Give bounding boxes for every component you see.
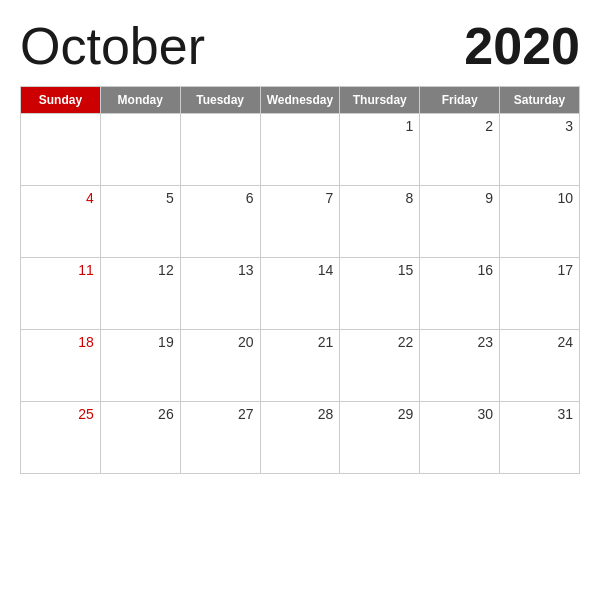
day-number: 24 bbox=[506, 334, 573, 350]
day-number: 21 bbox=[267, 334, 334, 350]
calendar-header: October 2020 bbox=[20, 20, 580, 72]
day-number: 7 bbox=[267, 190, 334, 206]
calendar-day-cell[interactable]: 24 bbox=[500, 330, 580, 402]
calendar-day-cell[interactable] bbox=[100, 114, 180, 186]
day-number: 30 bbox=[426, 406, 493, 422]
calendar-day-cell[interactable]: 14 bbox=[260, 258, 340, 330]
day-number: 10 bbox=[506, 190, 573, 206]
day-number: 11 bbox=[27, 262, 94, 278]
day-number: 1 bbox=[346, 118, 413, 134]
calendar-day-cell[interactable]: 3 bbox=[500, 114, 580, 186]
calendar-day-cell[interactable]: 18 bbox=[21, 330, 101, 402]
day-number: 23 bbox=[426, 334, 493, 350]
calendar-day-cell[interactable]: 28 bbox=[260, 402, 340, 474]
day-number: 15 bbox=[346, 262, 413, 278]
calendar-day-cell[interactable]: 11 bbox=[21, 258, 101, 330]
calendar-day-cell[interactable]: 7 bbox=[260, 186, 340, 258]
calendar-day-cell[interactable]: 2 bbox=[420, 114, 500, 186]
calendar-day-cell[interactable]: 13 bbox=[180, 258, 260, 330]
calendar-day-cell[interactable]: 1 bbox=[340, 114, 420, 186]
calendar-day-cell[interactable]: 31 bbox=[500, 402, 580, 474]
day-number: 18 bbox=[27, 334, 94, 350]
calendar-day-cell[interactable]: 6 bbox=[180, 186, 260, 258]
day-number: 19 bbox=[107, 334, 174, 350]
day-number: 5 bbox=[107, 190, 174, 206]
day-number: 25 bbox=[27, 406, 94, 422]
calendar-day-cell[interactable]: 21 bbox=[260, 330, 340, 402]
calendar-day-cell[interactable]: 4 bbox=[21, 186, 101, 258]
day-number: 16 bbox=[426, 262, 493, 278]
calendar-day-cell[interactable]: 19 bbox=[100, 330, 180, 402]
calendar-day-cell[interactable]: 29 bbox=[340, 402, 420, 474]
calendar-day-cell[interactable]: 5 bbox=[100, 186, 180, 258]
calendar-day-cell[interactable]: 23 bbox=[420, 330, 500, 402]
day-number: 3 bbox=[506, 118, 573, 134]
calendar-day-cell[interactable] bbox=[260, 114, 340, 186]
day-number: 26 bbox=[107, 406, 174, 422]
day-number: 31 bbox=[506, 406, 573, 422]
calendar-container: October 2020 Sunday Monday Tuesday Wedne… bbox=[0, 0, 600, 600]
calendar-day-cell[interactable]: 15 bbox=[340, 258, 420, 330]
calendar-day-cell[interactable] bbox=[21, 114, 101, 186]
day-number: 2 bbox=[426, 118, 493, 134]
day-number: 20 bbox=[187, 334, 254, 350]
calendar-week-row: 123 bbox=[21, 114, 580, 186]
calendar-day-cell[interactable]: 20 bbox=[180, 330, 260, 402]
header-wednesday: Wednesday bbox=[260, 87, 340, 114]
calendar-day-cell[interactable]: 12 bbox=[100, 258, 180, 330]
calendar-day-cell[interactable]: 25 bbox=[21, 402, 101, 474]
header-thursday: Thursday bbox=[340, 87, 420, 114]
day-number: 29 bbox=[346, 406, 413, 422]
calendar-day-cell[interactable] bbox=[180, 114, 260, 186]
weekday-header-row: Sunday Monday Tuesday Wednesday Thursday… bbox=[21, 87, 580, 114]
calendar-week-row: 18192021222324 bbox=[21, 330, 580, 402]
calendar-day-cell[interactable]: 9 bbox=[420, 186, 500, 258]
calendar-day-cell[interactable]: 10 bbox=[500, 186, 580, 258]
day-number: 8 bbox=[346, 190, 413, 206]
day-number: 28 bbox=[267, 406, 334, 422]
calendar-day-cell[interactable]: 27 bbox=[180, 402, 260, 474]
day-number: 13 bbox=[187, 262, 254, 278]
header-monday: Monday bbox=[100, 87, 180, 114]
calendar-day-cell[interactable]: 30 bbox=[420, 402, 500, 474]
day-number: 12 bbox=[107, 262, 174, 278]
calendar-grid: Sunday Monday Tuesday Wednesday Thursday… bbox=[20, 86, 580, 474]
header-sunday: Sunday bbox=[21, 87, 101, 114]
calendar-day-cell[interactable]: 16 bbox=[420, 258, 500, 330]
month-title: October bbox=[20, 20, 205, 72]
header-friday: Friday bbox=[420, 87, 500, 114]
header-tuesday: Tuesday bbox=[180, 87, 260, 114]
day-number: 27 bbox=[187, 406, 254, 422]
day-number: 14 bbox=[267, 262, 334, 278]
day-number: 6 bbox=[187, 190, 254, 206]
year-title: 2020 bbox=[464, 20, 580, 72]
day-number: 22 bbox=[346, 334, 413, 350]
calendar-day-cell[interactable]: 8 bbox=[340, 186, 420, 258]
calendar-week-row: 11121314151617 bbox=[21, 258, 580, 330]
day-number: 17 bbox=[506, 262, 573, 278]
calendar-week-row: 45678910 bbox=[21, 186, 580, 258]
day-number: 4 bbox=[27, 190, 94, 206]
calendar-day-cell[interactable]: 26 bbox=[100, 402, 180, 474]
calendar-day-cell[interactable]: 22 bbox=[340, 330, 420, 402]
calendar-day-cell[interactable]: 17 bbox=[500, 258, 580, 330]
calendar-week-row: 25262728293031 bbox=[21, 402, 580, 474]
day-number: 9 bbox=[426, 190, 493, 206]
header-saturday: Saturday bbox=[500, 87, 580, 114]
